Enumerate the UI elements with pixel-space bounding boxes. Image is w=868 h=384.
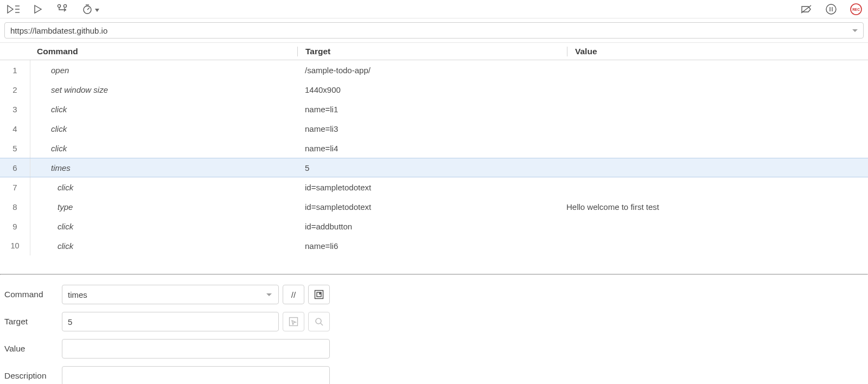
chevron-down-icon: [95, 4, 99, 14]
command-row[interactable]: 7clickid=sampletodotext: [0, 177, 868, 197]
svg-marker-0: [8, 5, 13, 13]
svg-line-8: [87, 8, 90, 10]
row-number: 3: [0, 99, 30, 119]
row-target: name=li3: [297, 124, 566, 133]
row-number: 5: [0, 138, 30, 158]
command-select[interactable]: times: [62, 285, 279, 304]
header-command: Command: [30, 47, 297, 56]
header-value: Value: [567, 47, 868, 56]
select-target-button[interactable]: [283, 312, 304, 331]
detail-panel: Command times // Target: [0, 275, 868, 384]
pause-icon[interactable]: [825, 3, 838, 16]
svg-point-5: [58, 4, 60, 7]
url-value: https://lambdatest.github.io: [10, 26, 107, 35]
speed-icon[interactable]: [81, 3, 100, 16]
row-command: click: [30, 241, 297, 251]
command-row[interactable]: 9clickid=addbutton: [0, 216, 868, 236]
row-command: times: [30, 163, 297, 172]
header-target: Target: [298, 47, 567, 56]
row-command: set window size: [30, 85, 297, 94]
row-command: click: [30, 183, 297, 192]
row-number: 7: [0, 177, 30, 197]
command-row[interactable]: 5clickname=li4: [0, 138, 868, 158]
row-target: name=li6: [297, 241, 566, 251]
svg-marker-20: [292, 321, 296, 325]
run-all-icon[interactable]: [7, 3, 20, 16]
find-target-button[interactable]: [308, 312, 330, 331]
label-target: Target: [4, 317, 62, 327]
svg-text:REC: REC: [852, 7, 860, 11]
step-over-icon[interactable]: [56, 3, 69, 16]
svg-marker-10: [95, 9, 99, 12]
command-row[interactable]: 1open/sample-todo-app/: [0, 60, 868, 80]
toolbar: REC: [0, 0, 868, 18]
row-number: 1: [0, 60, 30, 80]
open-reference-button[interactable]: [308, 285, 330, 304]
row-target: id=sampletodotext: [297, 183, 566, 192]
label-description: Description: [4, 371, 62, 381]
row-target: id=addbutton: [297, 222, 566, 231]
svg-point-21: [316, 318, 321, 324]
play-icon[interactable]: [31, 3, 44, 16]
svg-line-22: [321, 323, 323, 325]
chevron-down-icon: [266, 293, 272, 296]
target-input[interactable]: [62, 312, 279, 331]
value-input[interactable]: [62, 339, 330, 359]
grid-header: Command Target Value: [0, 43, 868, 60]
command-row[interactable]: 2set window size1440x900: [0, 80, 868, 99]
row-target: 1440x900: [297, 85, 566, 94]
row-target: /sample-todo-app/: [297, 66, 566, 75]
description-input[interactable]: [62, 366, 330, 384]
row-number: 8: [0, 197, 30, 216]
svg-point-6: [63, 4, 66, 7]
row-command: type: [30, 202, 297, 212]
row-command: click: [30, 144, 297, 153]
row-number: 9: [0, 216, 30, 236]
row-number: 10: [0, 236, 30, 255]
toggle-comment-button[interactable]: //: [283, 285, 304, 304]
row-command: click: [30, 222, 297, 231]
row-command: click: [30, 105, 297, 114]
svg-point-12: [826, 4, 836, 14]
record-icon[interactable]: REC: [850, 3, 863, 16]
row-command: open: [30, 66, 297, 75]
row-number: 2: [0, 80, 30, 99]
chevron-down-icon[interactable]: [852, 29, 858, 32]
row-target: name=li4: [297, 144, 566, 153]
svg-marker-4: [35, 5, 41, 13]
command-row[interactable]: 3clickname=li1: [0, 99, 868, 119]
disable-breakpoints-icon[interactable]: [800, 3, 813, 16]
url-bar-row: https://lambdatest.github.io: [0, 18, 868, 43]
label-command: Command: [4, 290, 62, 299]
label-value: Value: [4, 344, 62, 354]
row-number: 4: [0, 119, 30, 138]
command-row[interactable]: 10clickname=li6: [0, 236, 868, 255]
row-value: Hello welcome to first test: [566, 202, 868, 212]
command-row[interactable]: 4clickname=li3: [0, 119, 868, 138]
row-target: name=li1: [297, 105, 566, 114]
row-target: 5: [297, 163, 566, 172]
command-grid[interactable]: 1open/sample-todo-app/2set window size14…: [0, 60, 868, 274]
row-command: click: [30, 124, 297, 133]
row-target: id=sampletodotext: [297, 202, 566, 212]
row-number: 6: [0, 158, 30, 177]
command-row[interactable]: 8typeid=sampletodotextHello welcome to f…: [0, 197, 868, 216]
command-row[interactable]: 6times5: [0, 158, 868, 177]
url-input[interactable]: https://lambdatest.github.io: [4, 22, 864, 39]
